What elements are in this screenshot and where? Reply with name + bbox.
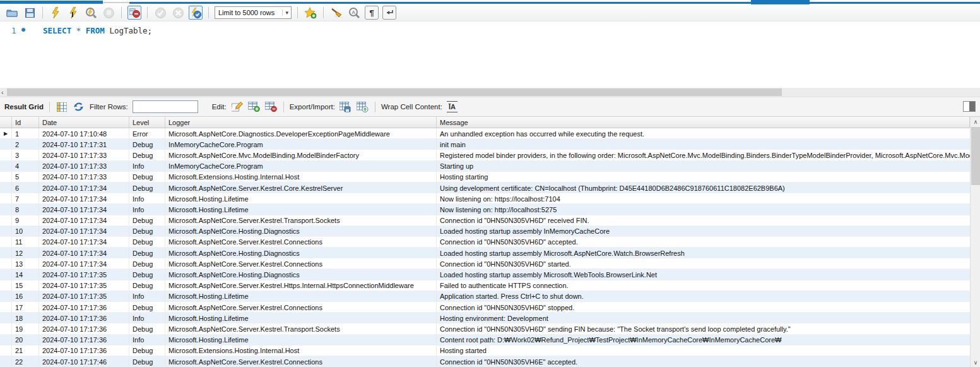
cell-level[interactable]: Debug [129, 172, 165, 182]
cell-date[interactable]: 2024-07-10 17:17:34 [39, 193, 129, 203]
cell-logger[interactable]: Microsoft.AspNetCore.Server.Kestrel.Conn… [165, 356, 437, 366]
grid-view-button[interactable] [56, 101, 68, 112]
column-header-message[interactable]: Message [437, 117, 970, 128]
cell-logger[interactable]: Microsoft.Hosting.Lifetime [165, 204, 437, 214]
scroll-down-icon[interactable]: ∨ [971, 358, 980, 367]
table-row[interactable]: 16 2024-07-10 17:17:35 Info Microsoft.Ho… [0, 291, 970, 302]
row-marker-icon[interactable] [0, 193, 12, 203]
cell-id[interactable]: 11 [12, 237, 39, 247]
cell-id[interactable]: 7 [12, 193, 39, 203]
cell-logger[interactable]: Microsoft.AspNetCore.Server.Kestrel.Conn… [165, 258, 437, 268]
cell-id[interactable]: 8 [12, 204, 39, 214]
cell-level[interactable]: Debug [129, 258, 165, 268]
wrap-cell-content-button[interactable]: ĪA [447, 101, 458, 112]
cell-logger[interactable]: InMemoryCacheCore.Program [165, 139, 437, 149]
cell-message[interactable]: Loaded hosting startup assembly Microsof… [437, 269, 970, 279]
cell-logger[interactable]: Microsoft.AspNetCore.Hosting.Diagnostics [165, 269, 437, 279]
cell-level[interactable]: Debug [129, 150, 165, 160]
side-panel-toggle-button[interactable] [963, 101, 976, 112]
cell-level[interactable]: Info [129, 313, 165, 323]
cell-date[interactable]: 2024-07-10 17:17:33 [39, 150, 129, 160]
result-grid[interactable]: Id Date Level Logger Message ▶ 1 2024-07… [0, 117, 970, 367]
table-row[interactable]: 5 2024-07-10 17:17:33 Debug Microsoft.Ex… [0, 172, 970, 183]
rollback-button[interactable] [171, 6, 185, 20]
cell-logger[interactable]: Microsoft.Hosting.Lifetime [165, 313, 437, 323]
cell-message[interactable]: Application started. Press Ctrl+C to shu… [437, 291, 970, 301]
cell-message[interactable]: Starting up [437, 161, 970, 171]
cell-id[interactable]: 10 [12, 226, 39, 236]
scroll-left-icon[interactable]: ‹ [1, 88, 4, 97]
cell-date[interactable]: 2024-07-10 17:17:33 [39, 172, 129, 182]
column-header-date[interactable]: Date [39, 117, 129, 128]
cell-id[interactable]: 16 [12, 291, 39, 301]
table-row[interactable]: 14 2024-07-10 17:17:35 Debug Microsoft.A… [0, 269, 970, 280]
cell-logger[interactable]: Microsoft.AspNetCore.Mvc.ModelBinding.Mo… [165, 150, 437, 160]
table-row[interactable]: 18 2024-07-10 17:17:36 Info Microsoft.Ho… [0, 313, 970, 323]
cell-message[interactable]: Using development certificate: CN=localh… [437, 183, 970, 193]
cell-message[interactable]: Now listening on: https://localhost:7104 [437, 193, 970, 203]
table-row[interactable]: 12 2024-07-10 17:17:34 Debug Microsoft.A… [0, 248, 970, 258]
table-row[interactable]: 11 2024-07-10 17:17:34 Debug Microsoft.A… [0, 237, 970, 248]
cell-message[interactable]: Loaded hosting startup assembly Microsof… [437, 248, 970, 258]
cell-message[interactable]: Connection id "0HN50N305VH6D" accepted. [437, 237, 970, 247]
vertical-scrollbar[interactable]: ∧ ∨ [970, 117, 980, 367]
scroll-up-icon[interactable]: ∧ [971, 117, 980, 126]
table-row[interactable]: 7 2024-07-10 17:17:34 Info Microsoft.Hos… [0, 193, 970, 204]
cell-message[interactable]: Hosting environment: Development [437, 313, 970, 323]
cell-id[interactable]: 1 [12, 128, 39, 138]
vertical-scrollbar-thumb[interactable] [971, 127, 980, 185]
table-row[interactable]: ▶ 1 2024-07-10 17:10:48 Error Microsoft.… [0, 128, 970, 139]
cell-level[interactable]: Info [129, 204, 165, 214]
row-marker-icon[interactable] [0, 139, 12, 149]
cell-date[interactable]: 2024-07-10 17:17:34 [39, 237, 129, 247]
save-button[interactable] [23, 6, 37, 20]
cell-logger[interactable]: Microsoft.AspNetCore.Hosting.Diagnostics [165, 248, 437, 258]
table-row[interactable]: 13 2024-07-10 17:17:34 Debug Microsoft.A… [0, 258, 970, 269]
table-row[interactable]: 22 2024-07-10 17:17:46 Debug Microsoft.A… [0, 356, 970, 367]
cell-message[interactable]: Connection id "0HN50N305VH6D" stopped. [437, 302, 970, 312]
horizontal-scrollbar[interactable]: ‹ [0, 88, 980, 97]
cell-level[interactable]: Debug [129, 302, 165, 312]
cell-logger[interactable]: Microsoft.AspNetCore.Hosting.Diagnostics [165, 226, 437, 236]
cell-level[interactable]: Debug [129, 139, 165, 149]
table-row[interactable]: 6 2024-07-10 17:17:34 Debug Microsoft.As… [0, 183, 970, 193]
find-button[interactable]: A [347, 6, 361, 20]
cell-date[interactable]: 2024-07-10 17:17:35 [39, 291, 129, 301]
explain-plan-button[interactable] [84, 6, 98, 20]
cell-logger[interactable]: Microsoft.AspNetCore.Server.Kestrel.Core… [165, 183, 437, 193]
cell-date[interactable]: 2024-07-10 17:17:36 [39, 313, 129, 323]
cell-logger[interactable]: Microsoft.AspNetCore.Server.Kestrel.Tran… [165, 215, 437, 226]
open-file-button[interactable] [5, 6, 19, 20]
cell-level[interactable]: Debug [129, 183, 165, 193]
cell-level[interactable]: Info [129, 161, 165, 171]
table-row[interactable]: 9 2024-07-10 17:17:34 Debug Microsoft.As… [0, 215, 970, 226]
cell-level[interactable]: Debug [129, 248, 165, 258]
cell-date[interactable]: 2024-07-10 17:17:33 [39, 161, 129, 171]
cell-id[interactable]: 18 [12, 313, 39, 323]
cell-message[interactable]: Connection id "0HN50N305VH6D" started. [437, 258, 970, 268]
cell-logger[interactable]: Microsoft.Hosting.Lifetime [165, 193, 437, 203]
table-row[interactable]: 20 2024-07-10 17:17:36 Info Microsoft.Ho… [0, 335, 970, 346]
column-header-logger[interactable]: Logger [165, 117, 437, 128]
execute-current-statement-button[interactable] [66, 6, 80, 20]
limit-rows-dropdown[interactable]: Limit to 5000 rows ▾ [215, 6, 292, 19]
row-marker-icon[interactable] [0, 215, 12, 226]
column-header-level[interactable]: Level [129, 117, 165, 128]
row-marker-icon[interactable] [0, 183, 12, 193]
cell-message[interactable]: Content root path: D:₩Work02₩Refund_Proj… [437, 335, 970, 345]
cell-level[interactable]: Error [129, 128, 165, 138]
cell-id[interactable]: 22 [12, 356, 39, 366]
cell-id[interactable]: 15 [12, 280, 39, 291]
row-marker-icon[interactable] [0, 302, 12, 312]
cell-date[interactable]: 2024-07-10 17:17:31 [39, 139, 129, 149]
beautify-script-button[interactable] [329, 6, 343, 20]
table-row[interactable]: 8 2024-07-10 17:17:34 Info Microsoft.Hos… [0, 204, 970, 215]
toggle-word-wrap-button[interactable] [382, 6, 396, 20]
delete-row-button[interactable] [265, 101, 278, 112]
cell-level[interactable]: Debug [129, 356, 165, 366]
row-marker-icon[interactable] [0, 204, 12, 214]
cell-id[interactable]: 9 [12, 215, 39, 226]
refresh-button[interactable] [73, 101, 85, 112]
row-marker-icon[interactable] [0, 269, 12, 279]
cell-level[interactable]: Debug [129, 215, 165, 226]
